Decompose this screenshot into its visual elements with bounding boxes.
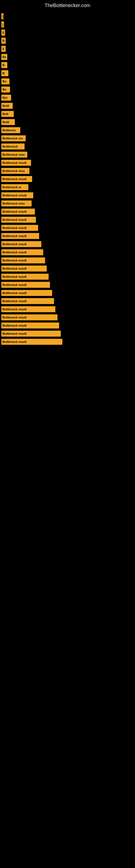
bar-row: Bottleneck result (1, 191, 135, 199)
bar-row: Bottlenec (1, 126, 135, 134)
bar-row: | (1, 21, 135, 28)
bar-16: Bottleneck (1, 144, 25, 150)
bar-row: Bottleneck result (1, 224, 135, 231)
bar-row: Bottleneck resu (1, 199, 135, 207)
bar-row: Bottleneck result (1, 305, 135, 313)
bar-row: | (1, 12, 135, 20)
bar-26: Bottleneck result (1, 225, 38, 231)
bar-17: Bottleneck resu (1, 152, 27, 158)
bar-row: Bottl (1, 102, 135, 110)
bar-40: Bottleneck result (1, 339, 62, 345)
bar-12: Bott (1, 111, 14, 117)
bar-row: Bottleneck re (1, 183, 135, 191)
bars-container: ||EBEBoBBBoBoBotBottlBottBottlBottlenecB… (0, 10, 135, 346)
bar-21: Bottleneck re (1, 184, 28, 190)
bar-row: Bottleneck result (1, 208, 135, 215)
bar-15: Bottleneck res (1, 135, 26, 141)
bar-31: Bottleneck result (1, 266, 47, 272)
bar-row: Bo (1, 86, 135, 93)
bar-38: Bottleneck result (1, 322, 59, 329)
bar-row: Bottleneck result (1, 175, 135, 183)
bar-row: Bottl (1, 118, 135, 126)
bar-row: Bottleneck result (1, 216, 135, 223)
bar-6: B (1, 62, 7, 68)
bar-row: Bottleneck (1, 143, 135, 150)
bar-0: | (1, 13, 3, 19)
bar-row: Bottleneck result (1, 289, 135, 297)
bar-row: Bottleneck result (1, 314, 135, 321)
bar-row: Bottleneck result (1, 257, 135, 264)
bar-10: Bot (1, 95, 11, 101)
bar-39: Bottleneck result (1, 331, 61, 337)
bar-row: Bottleneck result (1, 273, 135, 280)
bar-37: Bottleneck result (1, 314, 57, 320)
bar-row: Bottleneck result (1, 159, 135, 166)
bar-row: Bo (1, 78, 135, 85)
bar-28: Bottleneck result (1, 241, 41, 247)
bar-9: Bo (1, 87, 10, 93)
bar-7: B (1, 70, 8, 76)
bar-27: Bottleneck result (1, 233, 39, 239)
bar-row: B (1, 61, 135, 69)
bar-row: Bot (1, 94, 135, 101)
bar-8: Bo (1, 79, 9, 84)
site-title: TheBottlenecker.com (0, 0, 135, 10)
bar-row: Bott (1, 110, 135, 118)
bar-row: Bottleneck result (1, 281, 135, 289)
bar-32: Bottleneck result (1, 274, 49, 280)
bar-34: Bottleneck result (1, 290, 52, 296)
bar-row: Bottleneck result (1, 338, 135, 346)
bar-13: Bottl (1, 119, 15, 125)
bar-24: Bottleneck result (1, 209, 35, 215)
bar-20: Bottleneck result (1, 176, 32, 182)
bar-row: Bottleneck result (1, 240, 135, 248)
bar-11: Bottl (1, 103, 13, 109)
bar-row: Bottleneck result (1, 330, 135, 337)
bar-row: Bottleneck result (1, 248, 135, 256)
bar-row: Bottleneck result (1, 265, 135, 272)
bar-19: Bottleneck resu (1, 168, 30, 174)
bar-36: Bottleneck result (1, 306, 55, 312)
bar-23: Bottleneck resu (1, 200, 32, 207)
bar-2: E (1, 30, 5, 35)
bar-4: E (1, 46, 6, 52)
bar-22: Bottleneck result (1, 192, 33, 198)
bar-1: | (1, 22, 4, 27)
bar-row: Bottleneck resu (1, 151, 135, 158)
bar-row: Bottleneck result (1, 297, 135, 305)
bar-18: Bottleneck result (1, 160, 31, 166)
bar-row: E (1, 29, 135, 36)
bar-30: Bottleneck result (1, 257, 45, 264)
bar-row: Bottleneck res (1, 134, 135, 142)
bar-29: Bottleneck result (1, 249, 43, 255)
bar-25: Bottleneck result (1, 217, 36, 223)
bar-row: Bo (1, 53, 135, 61)
bar-row: Bottleneck result (1, 322, 135, 329)
bar-row: Bottleneck result (1, 232, 135, 240)
bar-row: B (1, 69, 135, 77)
bar-row: E (1, 45, 135, 53)
bar-row: B (1, 37, 135, 44)
bar-row: Bottleneck resu (1, 167, 135, 175)
bar-5: Bo (1, 54, 7, 60)
bar-35: Bottleneck result (1, 298, 54, 304)
bar-14: Bottlenec (1, 127, 20, 133)
bar-33: Bottleneck result (1, 282, 50, 288)
bar-3: B (1, 38, 6, 44)
